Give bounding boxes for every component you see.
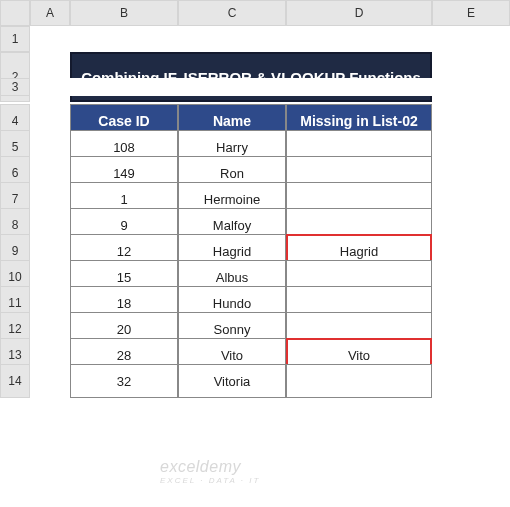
row-header-1[interactable]: 1 bbox=[0, 26, 30, 52]
cell-c3[interactable] bbox=[178, 78, 286, 96]
cell-d14[interactable] bbox=[286, 364, 432, 398]
row-header-3[interactable]: 3 bbox=[0, 78, 30, 96]
watermark: exceldemy EXCEL · DATA · IT bbox=[160, 458, 260, 485]
column-header-d[interactable]: D bbox=[286, 0, 432, 26]
cell-b14[interactable]: 32 bbox=[70, 364, 178, 398]
cell-b3[interactable] bbox=[70, 78, 178, 96]
column-header-b[interactable]: B bbox=[70, 0, 178, 26]
watermark-sub: EXCEL · DATA · IT bbox=[160, 476, 260, 485]
cell-d1[interactable] bbox=[286, 26, 432, 52]
cell-d3[interactable] bbox=[286, 78, 432, 96]
cell-a1[interactable] bbox=[30, 26, 70, 52]
cell-e14[interactable] bbox=[432, 364, 510, 398]
watermark-main: exceldemy bbox=[160, 458, 241, 475]
row-header-14[interactable]: 14 bbox=[0, 364, 30, 398]
cell-a3[interactable] bbox=[30, 78, 70, 96]
select-all-corner[interactable] bbox=[0, 0, 30, 26]
cell-b1[interactable] bbox=[70, 26, 178, 52]
column-header-c[interactable]: C bbox=[178, 0, 286, 26]
spreadsheet-grid: A B C D E 1 2 Combining IF, ISERROR & VL… bbox=[0, 0, 510, 390]
cell-e1[interactable] bbox=[432, 26, 510, 52]
column-header-e[interactable]: E bbox=[432, 0, 510, 26]
cell-a14[interactable] bbox=[30, 364, 70, 398]
column-header-a[interactable]: A bbox=[30, 0, 70, 26]
cell-e3[interactable] bbox=[432, 78, 510, 96]
cell-c14[interactable]: Vitoria bbox=[178, 364, 286, 398]
cell-c1[interactable] bbox=[178, 26, 286, 52]
